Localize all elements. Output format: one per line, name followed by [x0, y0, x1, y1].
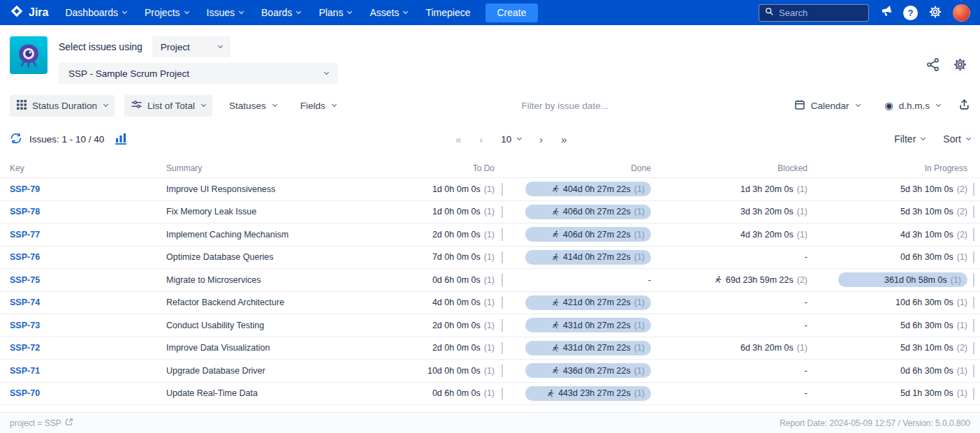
- chevron-down-icon: [966, 135, 971, 140]
- issue-key-link[interactable]: SSP-77: [10, 230, 40, 240]
- last-page-button[interactable]: »: [561, 133, 566, 145]
- duration-value: 1d 0h 0m 0s: [432, 207, 481, 216]
- column-header-done[interactable]: Done: [503, 163, 659, 173]
- calendar-button[interactable]: Calendar: [787, 95, 867, 117]
- current-status-pill: 431d 0h 27m 22s(1): [525, 341, 651, 355]
- chart-view-button[interactable]: [114, 131, 128, 147]
- duration-format-button[interactable]: ◉ d.h.m.s: [878, 95, 947, 117]
- issue-key-link[interactable]: SSP-72: [10, 343, 40, 353]
- duration-cell-in-progress: 10d 6h 30m 0s(1): [816, 292, 980, 314]
- timepiece-app-logo: [10, 36, 47, 74]
- duration-cell-blocked: 6d 3h 20m 0s(1): [659, 337, 816, 360]
- nav-item-plans[interactable]: Plans: [319, 7, 351, 18]
- duration-value: 431d 0h 27m 22s: [563, 343, 631, 353]
- issue-key-link[interactable]: SSP-73: [10, 321, 40, 330]
- transition-count: (1): [634, 388, 645, 398]
- column-header-blocked[interactable]: Blocked: [659, 163, 816, 173]
- next-page-button[interactable]: ›: [539, 133, 543, 145]
- empty-duration: -: [648, 275, 651, 285]
- nav-item-assets[interactable]: Assets: [370, 7, 407, 18]
- first-page-button[interactable]: «: [455, 133, 461, 145]
- column-header-summary[interactable]: Summary: [161, 163, 349, 173]
- duration-cell-todo: 7d 0h 0m 0s(1): [349, 247, 503, 269]
- nav-item-projects[interactable]: Projects: [145, 7, 189, 18]
- jira-logo-icon: [10, 4, 24, 21]
- nav-item-issues[interactable]: Issues: [207, 7, 243, 18]
- pager: « ‹ 10 › »: [455, 133, 567, 145]
- key-cell: SSP-79: [0, 184, 161, 194]
- filter-button[interactable]: Filter: [894, 133, 925, 145]
- table-row: SSP-75Migrate to Microservices0d 6h 0m 0…: [0, 268, 980, 291]
- chevron-down-icon: [122, 9, 127, 14]
- jql-link[interactable]: project = SSP: [10, 418, 73, 428]
- export-button[interactable]: [958, 98, 970, 112]
- key-cell: SSP-78: [0, 207, 161, 216]
- list-mode-button[interactable]: List of Total: [124, 95, 212, 117]
- transition-count: (1): [634, 366, 645, 376]
- chevron-down-icon: [921, 135, 926, 140]
- transition-count: (1): [634, 321, 645, 330]
- report-header: Select issues using Project SSP - Sample…: [0, 25, 980, 91]
- issue-key-link[interactable]: SSP-79: [10, 184, 40, 194]
- duration-value: 1d 3h 20m 0s: [740, 184, 793, 194]
- help-button[interactable]: ?: [903, 6, 918, 20]
- report-settings-button[interactable]: [953, 57, 967, 74]
- refresh-button[interactable]: [10, 132, 22, 147]
- global-search[interactable]: [759, 4, 869, 22]
- statuses-button[interactable]: Statuses: [222, 95, 284, 117]
- column-header-in-progress[interactable]: In Progress: [816, 163, 980, 173]
- transition-count: (1): [957, 298, 967, 307]
- project-select[interactable]: SSP - Sample Scrum Project: [59, 63, 338, 84]
- calendar-label: Calendar: [811, 101, 849, 111]
- duration-value: 414d 0h 27m 22s: [563, 252, 631, 262]
- duration-value: 10d 6h 30m 0s: [895, 298, 953, 307]
- transition-count: (1): [484, 252, 495, 262]
- sort-button[interactable]: Sort: [943, 133, 970, 145]
- header-actions: [926, 57, 967, 74]
- issue-key-link[interactable]: SSP-71: [10, 366, 40, 376]
- column-header-todo[interactable]: To Do: [349, 163, 503, 173]
- jira-home-link[interactable]: Jira: [10, 4, 48, 21]
- jql-text: project = SSP: [10, 418, 61, 428]
- settings-button[interactable]: [928, 5, 942, 21]
- issue-key-link[interactable]: SSP-74: [10, 298, 40, 307]
- transition-count: (1): [634, 230, 645, 240]
- issue-source-type-select[interactable]: Project: [152, 36, 231, 57]
- duration-cell-blocked: -: [659, 383, 816, 405]
- nav-item-timepiece[interactable]: Timepiece: [425, 7, 470, 18]
- user-avatar[interactable]: [953, 4, 970, 22]
- share-button[interactable]: [926, 57, 940, 74]
- issue-key-link[interactable]: SSP-70: [10, 388, 40, 398]
- nav-item-label: Timepiece: [425, 7, 470, 18]
- issue-key-link[interactable]: SSP-76: [10, 252, 40, 262]
- statuses-label: Statuses: [229, 101, 266, 111]
- duration-cell-todo: 1d 0h 0m 0s(1): [349, 201, 503, 223]
- nav-item-boards[interactable]: Boards: [261, 7, 300, 18]
- duration-value: 5d 3h 10m 0s: [900, 343, 953, 353]
- create-button[interactable]: Create: [485, 3, 537, 22]
- issue-key-link[interactable]: SSP-75: [10, 275, 40, 285]
- table-row: SSP-79Improve UI Responsiveness1d 0h 0m …: [0, 177, 980, 200]
- transition-count: (1): [484, 343, 495, 353]
- transition-count: (2): [797, 275, 807, 285]
- duration-cell-in-progress: 0d 6h 30m 0s(1): [816, 360, 980, 382]
- duration-value: 361d 0h 58m 0s: [884, 275, 947, 285]
- issue-key-link[interactable]: SSP-78: [10, 207, 40, 216]
- fields-button[interactable]: Fields: [293, 95, 343, 117]
- column-header-key[interactable]: Key: [0, 163, 161, 173]
- empty-duration: -: [805, 388, 807, 398]
- prev-page-button[interactable]: ‹: [479, 133, 483, 145]
- current-status-pill: 406d 0h 27m 22s(1): [525, 205, 651, 219]
- page-size-select[interactable]: 10: [501, 134, 521, 145]
- search-input[interactable]: [779, 8, 863, 18]
- duration-value: 6d 3h 20m 0s: [740, 343, 793, 353]
- chevron-down-icon: [347, 9, 352, 14]
- announcements-button[interactable]: [879, 5, 893, 20]
- search-icon: [765, 6, 774, 19]
- issue-date-filter[interactable]: Filter by issue date...: [353, 101, 777, 111]
- duration-value: 443d 23h 27m 22s: [558, 388, 631, 398]
- report-type-button[interactable]: Status Duration: [10, 95, 115, 117]
- chevron-down-icon: [403, 9, 408, 14]
- nav-item-dashboards[interactable]: Dashboards: [65, 7, 126, 18]
- table-row: SSP-72Improve Data Visualization2d 0h 0m…: [0, 337, 980, 360]
